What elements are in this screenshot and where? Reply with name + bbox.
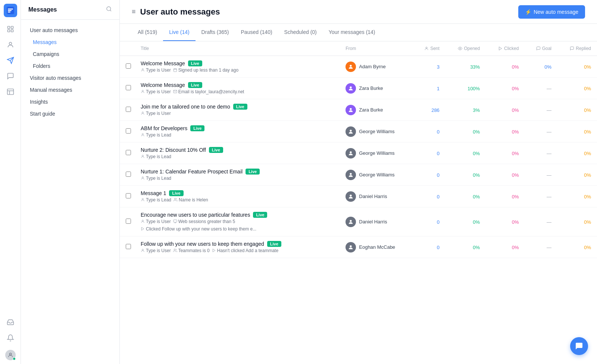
live-badge: Live: [188, 82, 202, 88]
row-checkbox[interactable]: [126, 150, 131, 155]
tab-all[interactable]: All (519): [132, 24, 163, 41]
msg-meta: Type is User: [141, 111, 334, 116]
row-checkbox[interactable]: [126, 172, 131, 177]
avatar: [346, 242, 356, 252]
msg-title: Message 1: [141, 190, 166, 196]
row-replied-cell: 0%: [557, 186, 597, 207]
table-row[interactable]: Join me for a tailored one to one demo L…: [120, 99, 597, 121]
svg-point-22: [350, 65, 352, 66]
row-checkbox-cell[interactable]: [120, 78, 135, 99]
sidebar-item-folders[interactable]: Folders: [21, 60, 119, 72]
row-opened-cell: 0%: [446, 207, 486, 236]
row-goal-cell: 0%: [525, 56, 557, 78]
nav-contacts-icon[interactable]: [4, 85, 17, 98]
opened-value: 33%: [470, 64, 480, 70]
new-auto-message-button[interactable]: ⚡ New auto message: [518, 5, 585, 19]
nav-messages-icon[interactable]: [4, 54, 17, 67]
tab-paused[interactable]: Paused (140): [235, 24, 278, 41]
row-sent-cell: 286: [413, 99, 446, 121]
replied-value: 0%: [584, 151, 591, 156]
row-opened-cell: 100%: [446, 78, 486, 99]
row-checkbox-cell[interactable]: [120, 142, 135, 164]
row-checkbox[interactable]: [126, 107, 131, 112]
sidebar-item-manual-messages[interactable]: Manual messages: [21, 84, 119, 96]
meta-item: Type is Lead: [141, 197, 171, 203]
meta-item: Hasn't clicked Add a teammate: [212, 248, 278, 253]
tab-scheduled[interactable]: Scheduled (0): [278, 24, 323, 41]
sidebar-search-icon[interactable]: [106, 6, 112, 13]
nav-inbox-icon[interactable]: [4, 316, 17, 329]
row-checkbox-cell[interactable]: [120, 164, 135, 186]
goal-value: —: [547, 129, 551, 135]
row-checkbox[interactable]: [126, 85, 131, 90]
avatar: [346, 83, 356, 94]
table-row[interactable]: Welcome Message Live Type is User Email …: [120, 78, 597, 99]
row-sent-cell: 3: [413, 56, 446, 78]
nav-home-icon[interactable]: [4, 22, 17, 36]
row-checkbox[interactable]: [126, 219, 131, 224]
meta-icon-monitor: [173, 219, 177, 224]
table-row[interactable]: Message 1 Live Type is Lead Name is Hele…: [120, 186, 597, 207]
row-checkbox-cell[interactable]: [120, 236, 135, 258]
sidebar-item-campaigns[interactable]: Campaigns: [21, 48, 119, 60]
meta-icon-person: [141, 68, 145, 73]
main-content: ≡ User auto messages ⚡ New auto message …: [120, 0, 597, 364]
tab-your-messages[interactable]: Your messages (14): [323, 24, 381, 41]
row-checkbox-cell[interactable]: [120, 99, 135, 121]
svg-point-16: [460, 48, 461, 49]
sidebar-item-start-guide[interactable]: Start guide: [21, 108, 119, 120]
row-checkbox-cell[interactable]: [120, 121, 135, 142]
live-badge: Live: [188, 60, 202, 66]
row-clicked-cell: 0%: [486, 121, 525, 142]
msg-title: Join me for a tailored one to one demo: [141, 104, 230, 110]
table-row[interactable]: Follow up with your new users to keep th…: [120, 236, 597, 258]
meta-item: Signed up less than 1 day ago: [173, 68, 238, 73]
table-row[interactable]: Nurture 2: Discount 10% Off Live Type is…: [120, 142, 597, 164]
svg-point-37: [142, 220, 144, 221]
tab-live[interactable]: Live (14): [163, 24, 195, 41]
svg-point-8: [9, 42, 12, 45]
table-row[interactable]: Nurture 1: Calendar Feature Prospect Ema…: [120, 164, 597, 186]
tab-drafts[interactable]: Drafts (365): [196, 24, 235, 41]
row-sent-cell: 0: [413, 207, 446, 236]
table-row[interactable]: Encourage new users to use particular fe…: [120, 207, 597, 236]
row-checkbox-cell[interactable]: [120, 56, 135, 78]
row-opened-cell: 0%: [446, 164, 486, 186]
nav-chat-icon[interactable]: [4, 69, 17, 83]
row-checkbox[interactable]: [126, 63, 131, 69]
row-checkbox[interactable]: [126, 193, 131, 198]
chat-fab-button[interactable]: [570, 337, 588, 355]
sidebar-item-user-auto-messages[interactable]: User auto messages: [21, 24, 119, 36]
sidebar-item-insights[interactable]: Insights: [21, 96, 119, 108]
table-row[interactable]: Welcome Message Live Type is User Signed…: [120, 56, 597, 78]
meta-item: Type is Lead: [141, 132, 171, 138]
svg-rect-18: [174, 68, 176, 71]
msg-meta: Type is User Web sessions greater than 5…: [141, 219, 334, 232]
row-checkbox-cell[interactable]: [120, 207, 135, 236]
row-replied-cell: 0%: [557, 78, 597, 99]
sidebar-header: Messages: [21, 0, 119, 20]
sent-value: 0: [437, 194, 440, 200]
table-row[interactable]: ABM for Developers Live Type is Lead Geo…: [120, 121, 597, 142]
svg-point-41: [350, 220, 352, 222]
from-cell-inner: Zara Burke: [346, 105, 407, 115]
meta-item: Clicked Follow up with your new users to…: [141, 226, 256, 232]
nav-activity-icon[interactable]: [4, 38, 17, 51]
row-clicked-cell: 0%: [486, 186, 525, 207]
svg-point-33: [350, 173, 352, 175]
nav-bell-icon[interactable]: [4, 331, 17, 345]
row-checkbox[interactable]: [126, 128, 131, 134]
sidebar-item-visitor-auto-messages[interactable]: Visitor auto messages: [21, 72, 119, 84]
clicked-value: 0%: [512, 194, 519, 200]
user-avatar[interactable]: [5, 350, 16, 360]
row-checkbox[interactable]: [126, 244, 131, 249]
row-replied-cell: 0%: [557, 121, 597, 142]
row-sent-cell: 0: [413, 236, 446, 258]
row-checkbox-cell[interactable]: [120, 186, 135, 207]
row-title-cell: Nurture 2: Discount 10% Off Live Type is…: [135, 142, 340, 164]
sidebar-item-messages[interactable]: Messages: [21, 36, 119, 48]
replied-value: 0%: [584, 219, 591, 225]
meta-item: Type is User: [141, 219, 171, 224]
msg-title-row: Encourage new users to use particular fe…: [141, 212, 334, 218]
hamburger-icon[interactable]: ≡: [132, 8, 136, 16]
